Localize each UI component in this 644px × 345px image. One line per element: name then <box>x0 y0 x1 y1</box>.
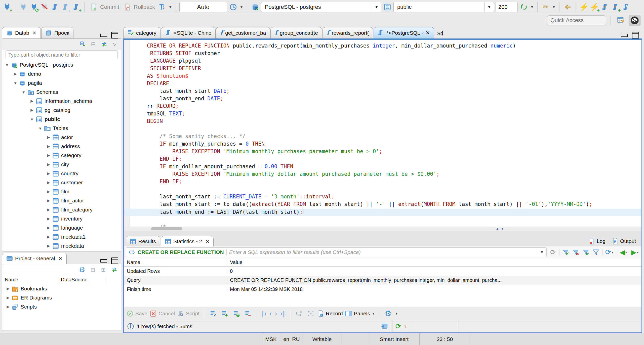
format-pencil-icon[interactable]: ✏ <box>541 3 550 12</box>
collapsed-arrow-icon[interactable]: ▶ <box>45 162 52 167</box>
duplicate-row-icon[interactable] <box>232 309 241 318</box>
format-dropdown[interactable]: ▼ <box>552 5 556 9</box>
auto-refresh-icon[interactable]: ⟳ <box>395 323 401 330</box>
collapsed-arrow-icon[interactable]: ▶ <box>29 99 35 103</box>
tree-item-pg-catalog[interactable]: ▶pg_catalog <box>2 106 121 115</box>
tree-item-customer[interactable]: ▶customer <box>2 178 121 187</box>
tree-item-film-category[interactable]: ▶film_category <box>2 205 121 214</box>
transaction-mode-dropdown[interactable]: ▼ <box>169 5 172 9</box>
collapsed-arrow-icon[interactable]: ▶ <box>45 217 52 221</box>
explain-plan-icon[interactable] <box>622 3 631 12</box>
tree-item-mockdata[interactable]: ▶mockdata <box>2 241 121 250</box>
commit-button[interactable]: Commit <box>88 2 120 13</box>
collapsed-arrow-icon[interactable]: ▶ <box>45 153 52 158</box>
editor-tab--postgresql-[interactable]: *<PostgreSQL - ✕ <box>374 27 434 38</box>
execute-statement-new-tab-icon[interactable]: ⚡+ <box>590 3 599 12</box>
maximize-icon[interactable] <box>111 32 118 38</box>
tree-item-public[interactable]: ▼public <box>2 115 121 124</box>
column-name[interactable]: Name <box>124 260 227 265</box>
focus-cell-icon[interactable] <box>306 309 315 318</box>
collapsed-arrow-icon[interactable]: ▶ <box>5 295 11 300</box>
collapsed-arrow-icon[interactable]: ▶ <box>12 72 19 76</box>
collapsed-arrow-icon[interactable]: ▶ <box>45 244 52 248</box>
gear-dropdown-icon[interactable]: ▾ <box>396 312 397 316</box>
tree-item-tables[interactable]: ▼Tables <box>2 124 121 133</box>
collapsed-arrow-icon[interactable]: ▶ <box>45 171 52 176</box>
next-row-icon[interactable]: › <box>275 310 277 318</box>
collapsed-arrow-icon[interactable]: ▶ <box>45 226 52 230</box>
add-row-icon[interactable] <box>220 309 229 318</box>
statusbar-23-50[interactable]: 23 : 50 <box>419 333 470 345</box>
execute-script-new-tab-icon[interactable]: + <box>611 3 620 12</box>
editor-tab-get-customer-ba[interactable]: fget_customer_ba <box>216 27 270 38</box>
tab-overflow-chevron[interactable]: »4 <box>437 30 444 37</box>
commit-mode-combo[interactable]: Auto <box>179 2 227 12</box>
previous-row-icon[interactable]: ‹ <box>269 310 272 318</box>
tab-statistics[interactable]: Statistics - 2 ✕ <box>161 236 214 246</box>
filter-edit-icon[interactable] <box>582 248 590 257</box>
filter-menu-icon[interactable] <box>592 248 600 257</box>
view-menu-icon[interactable]: ▽ <box>111 40 118 49</box>
collapse-all-icon[interactable]: ⊟ <box>89 265 96 274</box>
horizontal-scrollbar-thumb[interactable] <box>151 227 182 230</box>
minimize-icon[interactable] <box>100 34 107 37</box>
expanded-arrow-icon[interactable]: ▼ <box>29 117 35 121</box>
open-perspective-icon[interactable] <box>615 15 626 26</box>
transaction-log-dropdown[interactable]: ▼ <box>240 5 243 9</box>
goto-row-icon[interactable] <box>295 309 304 318</box>
tree-item-address[interactable]: ▶address <box>2 142 121 151</box>
table-row[interactable]: Updated Rows0 <box>124 267 641 276</box>
table-row[interactable]: QueryCREATE OR REPLACE FUNCTION public.r… <box>124 276 641 285</box>
tree-item-pagila[interactable]: ▼pagila <box>2 78 121 88</box>
delete-row-icon[interactable] <box>244 309 253 318</box>
tree-item-information-schema[interactable]: ▶information_schema <box>2 97 121 106</box>
tree-item-inventory[interactable]: ▶inventory <box>2 214 121 223</box>
minimize-icon[interactable] <box>621 34 628 37</box>
previous-query-icon[interactable]: ◀▾ <box>619 248 628 257</box>
panels-button[interactable]: Panels ▾ <box>345 311 374 317</box>
close-icon[interactable]: ✕ <box>58 256 62 262</box>
close-icon[interactable]: ✕ <box>205 239 209 244</box>
edit-cell-icon[interactable] <box>209 309 218 318</box>
tree-item-film[interactable]: ▶film <box>2 187 121 196</box>
tree-item-schemas[interactable]: ▼Schemas <box>2 88 121 97</box>
settings-gear-icon[interactable]: ⚙ <box>78 265 86 274</box>
grid-settings-gear-icon[interactable]: ⚙ <box>384 309 393 318</box>
object-filter-input[interactable] <box>6 50 118 59</box>
link-with-editor-icon[interactable] <box>100 40 108 49</box>
expanded-arrow-icon[interactable]: ▼ <box>4 63 10 67</box>
cancel-button[interactable]: Cancel <box>150 310 175 317</box>
output-button[interactable]: Output <box>612 238 636 244</box>
new-connection-icon[interactable]: + <box>3 3 12 12</box>
filter-clear-icon[interactable] <box>572 248 580 257</box>
collapsed-arrow-icon[interactable]: ▶ <box>45 180 52 185</box>
collapsed-arrow-icon[interactable]: ▶ <box>45 189 52 194</box>
tree-item-demo[interactable]: ▶demo <box>2 69 121 78</box>
execute-statement-icon[interactable]: ⚡ <box>579 3 588 12</box>
reconnect-icon[interactable]: ⟳ <box>29 3 38 12</box>
sash-collapse-icons[interactable]: ▲▼ <box>496 227 506 231</box>
collapsed-arrow-icon[interactable]: ▶ <box>45 207 52 212</box>
script-button[interactable]: Script <box>177 310 199 317</box>
statusbar-writable[interactable]: Writable <box>303 333 341 345</box>
sql-editor[interactable]: CREATE OR REPLACE FUNCTION public.reward… <box>124 40 641 227</box>
execute-script-icon[interactable] <box>600 3 610 12</box>
transaction-mode-icon[interactable] <box>157 3 167 12</box>
tree-item-category[interactable]: ▶category <box>2 151 121 160</box>
link-with-editor-icon[interactable] <box>110 265 118 274</box>
tree-item-mockada1[interactable]: ▶mockada1 <box>2 232 121 241</box>
editor-tab-rewards-report-[interactable]: frewards_report( <box>323 27 373 38</box>
record-button[interactable]: i Record <box>318 310 343 317</box>
tree-item-postgresql-postgres[interactable]: ▼PostgreSQL - postgres <box>2 60 121 69</box>
quick-access-input[interactable] <box>547 15 606 25</box>
expanded-arrow-icon[interactable]: ▼ <box>12 81 19 85</box>
project-item-scripts[interactable]: ▶Scripts <box>2 302 121 311</box>
expanded-arrow-icon[interactable]: ▼ <box>20 90 27 94</box>
maximize-icon[interactable] <box>632 32 639 38</box>
statusbar-en-ru[interactable]: en_RU <box>280 333 303 345</box>
editor-tab--sqlite-chino[interactable]: <SQLite - Chino <box>161 27 216 38</box>
column-value[interactable]: Value <box>227 260 641 265</box>
collapse-all-icon[interactable] <box>79 40 86 49</box>
statusbar-msk[interactable]: MSK <box>262 333 280 345</box>
fetch-size-input[interactable] <box>496 2 518 12</box>
